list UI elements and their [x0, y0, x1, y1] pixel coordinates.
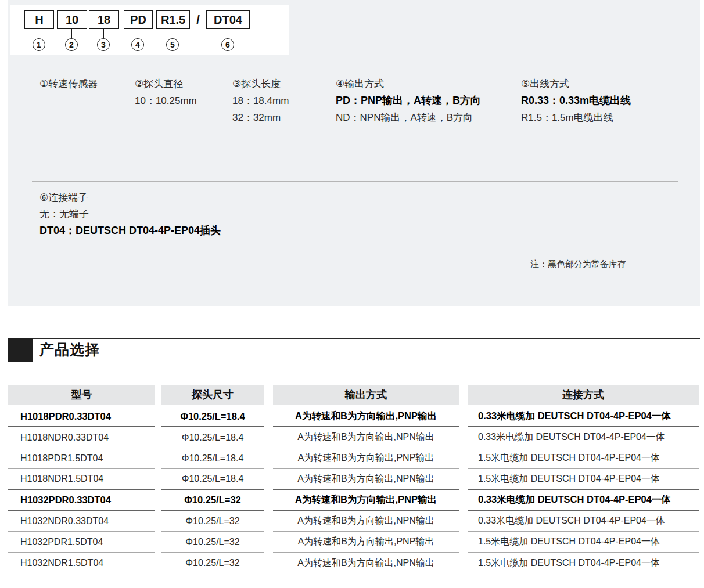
table-row: H1018PDR0.33DT04 Φ10.25/L=18.4 A为转速和B为方向…	[8, 406, 699, 427]
cell-model: H1018NDR1.5DT04	[8, 469, 155, 490]
legend-option-stocked: R0.33：0.33m电缆出线	[521, 92, 631, 109]
code-segment-label: DT04	[214, 13, 242, 27]
legend-title: ⑤出线方式	[521, 75, 631, 92]
cell-model: H1032NDR0.33DT04	[8, 511, 155, 532]
cell-model: H1032NDR1.5DT04	[8, 553, 155, 573]
cell-probe-size: Φ10.25/L=18.4	[161, 448, 264, 469]
code-segment-diameter: 10	[57, 10, 87, 29]
circled-number-2: 2	[65, 38, 78, 51]
legend-option: ND：NPN输出，A转速，B方向	[336, 109, 481, 126]
datasheet-page: H 10 18 PD R1.5 / DT04 1 2 3 4 5 6 ①转速传感…	[0, 0, 704, 588]
connector-line	[173, 29, 173, 38]
legend-output-mode: ④输出方式 PD：PNP输出，A转速，B方向 ND：NPN输出，A转速，B方向	[336, 75, 481, 126]
code-segment-label: H	[35, 13, 43, 27]
cell-model: H1032PDR0.33DT04	[8, 490, 155, 511]
cell-probe-size: Φ10.25/L=18.4	[161, 406, 264, 427]
connector-line	[228, 29, 228, 38]
cell-probe-size: Φ10.25/L=32	[161, 511, 264, 532]
cell-probe-size: Φ10.25/L=32	[161, 553, 264, 573]
table-row: H1018NDR1.5DT04 Φ10.25/L=18.4 A为转速和B为方向输…	[8, 469, 699, 490]
cell-probe-size: Φ10.25/L=18.4	[161, 469, 264, 490]
legend-option-stocked: PD：PNP输出，A转速，B方向	[336, 92, 481, 109]
table-row: H1032NDR1.5DT04 Φ10.25/L=32 A为转速和B为方向输出,…	[8, 553, 699, 573]
code-segment-connector: DT04	[206, 10, 250, 29]
circled-number-1: 1	[33, 38, 45, 51]
code-segment-cable: R1.5	[156, 10, 190, 29]
cell-output-mode: A为转速和B为方向输出,PNP输出	[273, 448, 459, 469]
legend-option: 18：18.4mm	[232, 92, 289, 109]
cell-connection: 0.33米电缆加 DEUTSCH DT04-4P-EP04一体	[468, 511, 699, 532]
column-header-model: 型号	[8, 385, 155, 405]
legend-option-stocked: DT04：DEUTSCH DT04-4P-EP04插头	[39, 222, 221, 239]
code-separator-slash: /	[191, 10, 206, 29]
legend-title: ①转速传感器	[39, 75, 98, 92]
circled-number-4: 4	[131, 38, 144, 51]
code-segment-label: 10	[66, 13, 78, 27]
cell-connection: 0.33米电缆加 DEUTSCH DT04-4P-EP04一体	[468, 406, 699, 427]
column-header-connection: 连接方式	[468, 385, 699, 405]
legend-title: ③探头长度	[232, 75, 289, 92]
legend-title: ④输出方式	[336, 75, 481, 92]
cell-output-mode: A为转速和B为方向输出,NPN输出	[273, 511, 459, 532]
legend-option: 无：无端子	[39, 206, 221, 222]
cell-connection: 1.5米电缆加 DEUTSCH DT04-4P-EP04一体	[468, 553, 699, 573]
section-header-square-marker	[8, 338, 33, 362]
cell-probe-size: Φ10.25/L=18.4	[161, 427, 264, 448]
cell-output-mode: A为转速和B为方向输出,NPN输出	[273, 553, 459, 573]
table-row: H1032PDR1.5DT04 Φ10.25/L=32 A为转速和B为方向输出,…	[8, 532, 699, 553]
circled-number-3: 3	[97, 38, 110, 51]
cell-output-mode: A为转速和B为方向输出,PNP输出	[273, 406, 459, 427]
cell-connection: 0.33米电缆加 DEUTSCH DT04-4P-EP04一体	[468, 427, 699, 448]
cell-output-mode: A为转速和B为方向输出,NPN输出	[273, 469, 459, 490]
connector-line	[103, 29, 104, 38]
section-title: 产品选择	[39, 340, 100, 359]
column-header-probe-size: 探头尺寸	[161, 385, 264, 405]
legend-probe-length: ③探头长度 18：18.4mm 32：32mm	[232, 75, 289, 126]
cell-connection: 1.5米电缆加 DEUTSCH DT04-4P-EP04一体	[468, 532, 699, 553]
cell-connection: 1.5米电缆加 DEUTSCH DT04-4P-EP04一体	[468, 448, 699, 469]
cell-model: H1018PDR1.5DT04	[8, 448, 155, 469]
legend-option: R1.5：1.5m电缆出线	[521, 109, 631, 126]
code-segment-length: 18	[89, 10, 119, 29]
circled-number-5: 5	[166, 38, 179, 51]
legend-option: 10：10.25mm	[135, 92, 197, 109]
connector-line	[71, 29, 72, 38]
cell-model: H1018NDR0.33DT04	[8, 427, 155, 448]
connector-line	[39, 29, 39, 38]
connector-line	[138, 29, 138, 38]
table-row: H1018PDR1.5DT04 Φ10.25/L=18.4 A为转速和B为方向输…	[8, 448, 699, 469]
cell-model: H1018PDR0.33DT04	[8, 406, 155, 427]
code-segment-label: 18	[98, 13, 110, 27]
legend-title: ⑥连接端子	[39, 190, 221, 206]
legend-option: 32：32mm	[232, 109, 289, 126]
table-row: H1032NDR0.33DT04 Φ10.25/L=32 A为转速和B为方向输出…	[8, 511, 699, 532]
code-segment-label: R1.5	[161, 13, 185, 27]
model-code-diagram: H 10 18 PD R1.5 / DT04 1 2 3 4 5 6	[10, 5, 289, 55]
cell-output-mode: A为转速和B为方向输出,PNP输出	[273, 490, 459, 511]
cell-output-mode: A为转速和B为方向输出,NPN输出	[273, 427, 459, 448]
legend-probe-diameter: ②探头直径 10：10.25mm	[135, 75, 197, 109]
table-row: H1032PDR0.33DT04 Φ10.25/L=32 A为转速和B为方向输出…	[8, 490, 699, 511]
product-selection-table: 型号 探头尺寸 输出方式 连接方式 H1018PDR0.33DT04 Φ10.2…	[8, 385, 699, 573]
code-segment-output: PD	[124, 10, 153, 29]
code-segment-sensor: H	[24, 10, 54, 29]
legend-title: ②探头直径	[135, 75, 197, 92]
section-header-rule	[8, 338, 700, 339]
legend-connection-terminal: ⑥连接端子 无：无端子 DT04：DEUTSCH DT04-4P-EP04插头	[39, 190, 221, 239]
column-header-output-mode: 输出方式	[273, 385, 459, 405]
legend-divider-line	[32, 181, 678, 182]
table-row: H1018NDR0.33DT04 Φ10.25/L=18.4 A为转速和B为方向…	[8, 427, 699, 448]
cell-probe-size: Φ10.25/L=32	[161, 490, 264, 511]
stock-note: 注：黑色部分为常备库存	[530, 259, 626, 270]
legend-sensor-type: ①转速传感器	[39, 75, 98, 92]
cell-output-mode: A为转速和B为方向输出,PNP输出	[273, 532, 459, 553]
circled-number-6: 6	[221, 38, 234, 51]
cell-connection: 1.5米电缆加 DEUTSCH DT04-4P-EP04一体	[468, 469, 699, 490]
model-code-panel: H 10 18 PD R1.5 / DT04 1 2 3 4 5 6 ①转速传感…	[8, 0, 700, 306]
cell-probe-size: Φ10.25/L=32	[161, 532, 264, 553]
cell-model: H1032PDR1.5DT04	[8, 532, 155, 553]
cell-connection: 0.33米电缆加 DEUTSCH DT04-4P-EP04一体	[468, 490, 699, 511]
code-segment-label: PD	[130, 13, 146, 27]
table-header-row: 型号 探头尺寸 输出方式 连接方式	[8, 385, 699, 405]
legend-cable-exit: ⑤出线方式 R0.33：0.33m电缆出线 R1.5：1.5m电缆出线	[521, 75, 631, 126]
